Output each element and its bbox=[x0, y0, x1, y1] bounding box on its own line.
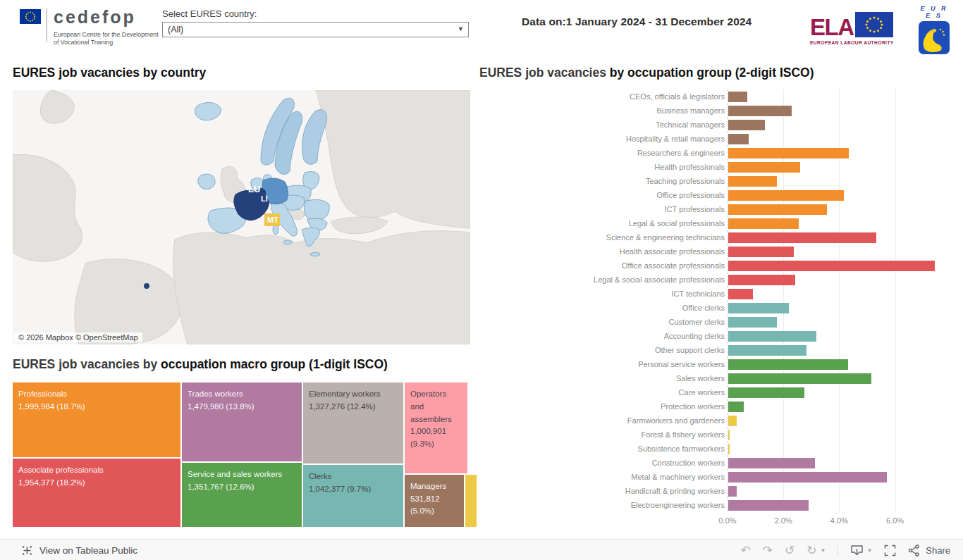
share-button[interactable]: Share bbox=[908, 545, 950, 556]
bar[interactable] bbox=[728, 176, 777, 187]
bar-row: Customer clerks bbox=[479, 315, 963, 329]
bar[interactable] bbox=[728, 472, 887, 483]
bar-category-label: Farmworkers and gardeners bbox=[479, 416, 728, 425]
map-label-li: LI bbox=[261, 194, 268, 203]
download-button[interactable]: ▼ bbox=[850, 545, 872, 556]
header: cedefop European Centre for the Developm… bbox=[0, 0, 963, 62]
bar[interactable] bbox=[728, 247, 794, 257]
dashboard: cedefop European Centre for the Developm… bbox=[0, 0, 963, 560]
bar[interactable] bbox=[728, 500, 809, 511]
view-on-tableau-public-link[interactable]: View on Tableau Public bbox=[21, 545, 137, 556]
bar-row: Metal & machinery workers bbox=[479, 470, 963, 484]
map-panel-title: EURES job vacancies by country bbox=[13, 66, 206, 80]
treemap-tile-sliver[interactable] bbox=[465, 475, 477, 527]
bar[interactable] bbox=[728, 486, 737, 497]
bar-track bbox=[728, 399, 954, 413]
bar[interactable] bbox=[728, 317, 777, 328]
country-filter-dropdown[interactable]: (All) ▼ bbox=[162, 22, 469, 37]
treemap-tile[interactable]: Associate professionals1,954,377 (18.2%) bbox=[13, 459, 180, 527]
bar[interactable] bbox=[728, 261, 935, 271]
refresh-button[interactable]: ↻▼ bbox=[806, 545, 826, 556]
bar-category-label: Science & engineering technicians bbox=[479, 233, 728, 242]
bar[interactable] bbox=[728, 387, 804, 398]
treemap-tile[interactable]: Service and sales workers1,351,767 (12.6… bbox=[182, 463, 302, 527]
revert-button[interactable]: ↺ bbox=[785, 545, 795, 556]
bar-row: Handicraft & printing workers bbox=[479, 484, 963, 498]
bar-row: Researchers & engineers bbox=[479, 146, 963, 160]
bar[interactable] bbox=[728, 458, 815, 468]
bar-category-label: Health professionals bbox=[479, 163, 728, 171]
country-filter-label: Select EURES country: bbox=[162, 8, 257, 19]
treemap-tile[interactable]: Trades workers1,479,980 (13.8%) bbox=[182, 382, 302, 461]
bar[interactable] bbox=[728, 92, 747, 102]
bar[interactable] bbox=[728, 148, 849, 158]
bar[interactable] bbox=[728, 345, 806, 356]
bar[interactable] bbox=[728, 373, 871, 384]
bar[interactable] bbox=[728, 134, 749, 144]
bar-track bbox=[728, 456, 954, 470]
treemap-tile[interactable]: Operators and assemblers1,000,901 (9.3%) bbox=[405, 382, 467, 473]
bar-category-label: ICT technicians bbox=[479, 290, 728, 298]
bar[interactable] bbox=[728, 218, 799, 229]
undo-button[interactable]: ↶ bbox=[740, 545, 750, 556]
treemap-tile[interactable]: Professionals1,999,984 (18.7%) bbox=[13, 382, 180, 457]
bar[interactable] bbox=[728, 162, 800, 173]
map-label-mt: MT bbox=[264, 213, 280, 226]
bar-row: Protection workers bbox=[479, 399, 963, 413]
bar[interactable] bbox=[728, 416, 737, 426]
chevron-down-icon[interactable]: ▼ bbox=[458, 25, 464, 32]
footer-toolbar: View on Tableau Public ↶ ↷ ↺ ↻▼ ▼ bbox=[0, 539, 963, 560]
bar-row: Farmworkers and gardeners bbox=[479, 413, 963, 428]
cedefop-wordmark: cedefop bbox=[54, 7, 136, 27]
bar-row: Sales workers bbox=[479, 371, 963, 385]
bar-track bbox=[728, 301, 954, 315]
map-french-guiana[interactable] bbox=[144, 283, 149, 289]
bar[interactable] bbox=[728, 444, 730, 454]
logo-divider bbox=[47, 8, 47, 42]
fullscreen-button[interactable] bbox=[884, 545, 896, 556]
map-attribution[interactable]: © 2026 Mapbox © OpenStreetMap bbox=[14, 332, 142, 342]
bar-track bbox=[728, 273, 954, 287]
tile-value: 1,327,276 (12.4%) bbox=[309, 401, 398, 413]
bar[interactable] bbox=[728, 232, 876, 243]
cedefop-subtitle: European Centre for the Development of V… bbox=[54, 31, 159, 47]
bar[interactable] bbox=[728, 289, 753, 299]
x-tick-label: 0.0% bbox=[718, 516, 736, 525]
treemap-tile[interactable]: Elementary workers1,327,276 (12.4%) bbox=[303, 382, 403, 463]
europe-choropleth-map[interactable]: LU LI MT © 2026 Mapbox © OpenStreetMap bbox=[13, 90, 470, 344]
bar-row: Teaching professionals bbox=[479, 174, 963, 188]
bar[interactable] bbox=[728, 430, 730, 440]
bar-category-label: Sales workers bbox=[479, 374, 728, 382]
bar[interactable] bbox=[728, 190, 844, 201]
bar-row: ICT technicians bbox=[479, 287, 963, 301]
bar[interactable] bbox=[728, 275, 795, 285]
bar-category-label: Customer clerks bbox=[479, 318, 728, 326]
bar-track bbox=[728, 104, 954, 118]
svg-text:MT: MT bbox=[267, 216, 278, 224]
bar-track bbox=[728, 315, 954, 329]
bar-row: Care workers bbox=[479, 385, 963, 399]
bar[interactable] bbox=[728, 303, 789, 313]
bar[interactable] bbox=[728, 106, 792, 116]
bar[interactable] bbox=[728, 359, 848, 370]
bar[interactable] bbox=[728, 204, 827, 215]
bar-track bbox=[728, 160, 954, 174]
treemap-tile[interactable]: Clerks1,042,377 (9.7%) bbox=[303, 465, 403, 527]
tile-value: 1,999,984 (18.7%) bbox=[18, 401, 175, 413]
redo-button[interactable]: ↷ bbox=[763, 545, 773, 556]
tile-value: 1,479,980 (13.8%) bbox=[188, 401, 296, 413]
share-label: Share bbox=[926, 545, 950, 556]
treemap-tile[interactable]: Managers531,812 (5.0%) bbox=[405, 475, 464, 527]
bar-track bbox=[728, 329, 954, 343]
eures-logo: E U R E S bbox=[916, 5, 952, 58]
x-tick-label: 2.0% bbox=[775, 516, 792, 525]
tile-label: Managers bbox=[410, 480, 458, 493]
tile-label: Clerks bbox=[309, 471, 398, 483]
bar-category-label: ICT professionals bbox=[479, 205, 728, 213]
bar[interactable] bbox=[728, 402, 744, 412]
bar[interactable] bbox=[728, 331, 816, 342]
eu-flag-icon bbox=[20, 9, 41, 24]
bar[interactable] bbox=[728, 120, 765, 130]
bar-track bbox=[728, 428, 954, 442]
tile-label: Professionals bbox=[18, 388, 175, 401]
